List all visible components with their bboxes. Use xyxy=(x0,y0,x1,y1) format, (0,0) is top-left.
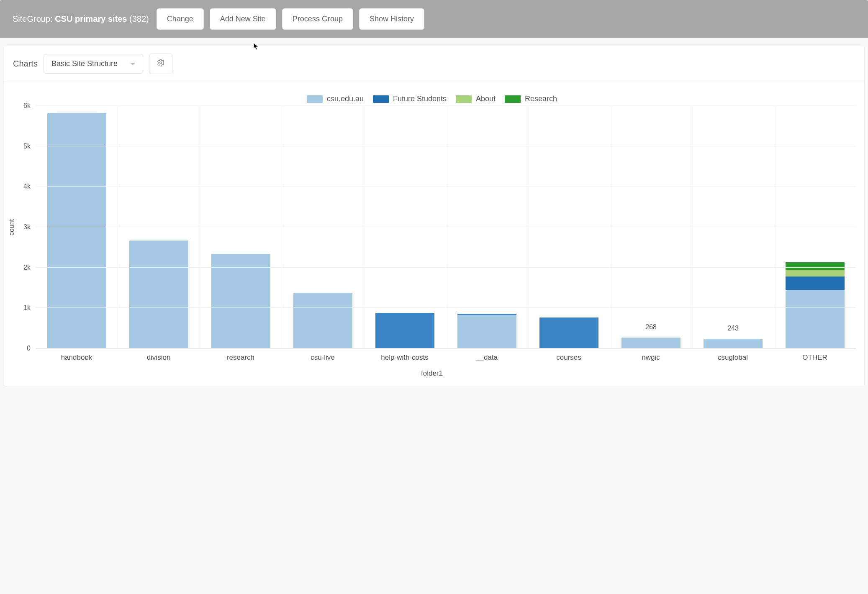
swatch-csu xyxy=(307,95,323,103)
bar-column[interactable] xyxy=(118,106,200,348)
x-tick-label: nwgic xyxy=(610,348,692,362)
legend-label: Future Students xyxy=(393,95,447,103)
sitegroup-count: (382) xyxy=(129,14,149,23)
bar-column[interactable] xyxy=(364,106,446,348)
x-ticks: handbookdivisionresearchcsu-livehelp-wit… xyxy=(36,348,856,362)
y-ticks: 01k2k3k4k5k6k xyxy=(15,106,36,348)
bar-column[interactable] xyxy=(446,106,528,348)
chart-legend: csu.edu.au Future Students About Researc… xyxy=(8,95,856,103)
x-tick-label: csuglobal xyxy=(692,348,774,362)
y-axis-label: count xyxy=(8,106,15,348)
legend-item-about[interactable]: About xyxy=(456,95,496,103)
panel-title: Charts xyxy=(13,59,38,69)
bar-column[interactable]: 243 xyxy=(692,106,774,348)
bar-column[interactable] xyxy=(528,106,610,348)
x-tick-label: courses xyxy=(528,348,610,362)
bar-column[interactable]: 268 xyxy=(610,106,692,348)
bar-column[interactable] xyxy=(774,106,856,348)
settings-button[interactable] xyxy=(149,54,172,74)
x-axis-label: folder1 xyxy=(8,369,856,378)
legend-label: Research xyxy=(525,95,557,103)
swatch-future xyxy=(373,95,389,103)
panel-header: Charts Basic Site Structure xyxy=(4,46,864,82)
bar-column[interactable] xyxy=(200,106,282,348)
chart-select-value: Basic Site Structure xyxy=(51,59,118,68)
legend-item-research[interactable]: Research xyxy=(505,95,557,103)
legend-item-future[interactable]: Future Students xyxy=(373,95,447,103)
change-button[interactable]: Change xyxy=(157,8,204,30)
sitegroup-label: SiteGroup: CSU primary sites (382) xyxy=(13,14,149,24)
charts-panel: Charts Basic Site Structure csu.edu.au F… xyxy=(3,46,865,387)
legend-label: csu.edu.au xyxy=(327,95,364,103)
x-tick-label: help-with-costs xyxy=(364,348,446,362)
bars-container: 268243 xyxy=(36,106,856,348)
sitegroup-prefix: SiteGroup: xyxy=(13,14,55,23)
chart-area: csu.edu.au Future Students About Researc… xyxy=(4,82,864,386)
process-group-button[interactable]: Process Group xyxy=(282,8,353,30)
swatch-research xyxy=(505,95,521,103)
sitegroup-name: CSU primary sites xyxy=(55,14,127,23)
x-tick-label: handbook xyxy=(36,348,118,362)
x-tick-label: OTHER xyxy=(774,348,856,362)
add-site-button[interactable]: Add New Site xyxy=(210,8,276,30)
bar-column[interactable] xyxy=(36,106,118,348)
x-tick-label: research xyxy=(200,348,282,362)
x-tick-label: __data xyxy=(446,348,528,362)
legend-item-csu[interactable]: csu.edu.au xyxy=(307,95,364,103)
chevron-down-icon xyxy=(130,63,135,65)
chart-select[interactable]: Basic Site Structure xyxy=(44,54,143,74)
topbar: SiteGroup: CSU primary sites (382) Chang… xyxy=(0,0,868,38)
x-tick-label: division xyxy=(118,348,200,362)
legend-label: About xyxy=(476,95,496,103)
svg-point-0 xyxy=(160,62,162,64)
plot-area[interactable]: 268243 xyxy=(36,106,856,348)
swatch-about xyxy=(456,95,472,103)
show-history-button[interactable]: Show History xyxy=(359,8,424,30)
x-tick-label: csu-live xyxy=(282,348,364,362)
bar-column[interactable] xyxy=(282,106,364,348)
chart-grid: count 01k2k3k4k5k6k 268243 xyxy=(8,106,856,348)
gear-icon xyxy=(157,60,164,68)
